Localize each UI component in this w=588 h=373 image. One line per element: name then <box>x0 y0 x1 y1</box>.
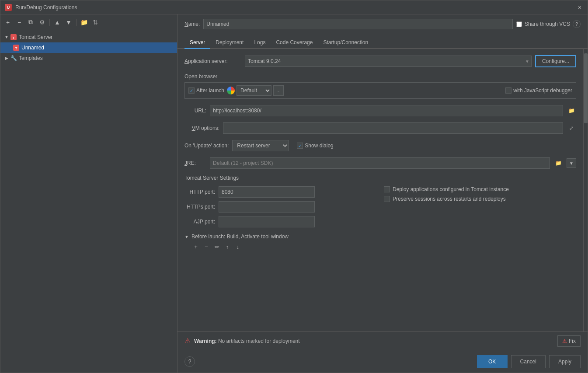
apply-button[interactable]: Apply <box>549 355 581 368</box>
tree-item-tomcat-label: Tomcat Server <box>19 34 52 40</box>
show-dialog-text: Show dialog <box>305 143 333 149</box>
url-folder-button[interactable]: 📁 <box>567 106 576 115</box>
settings-config-button[interactable]: ⚙ <box>37 17 47 27</box>
https-port-row: HTTPs port: <box>184 201 377 213</box>
close-icon[interactable]: × <box>576 4 583 11</box>
show-dialog-label[interactable]: Show dialog <box>297 143 333 149</box>
name-input[interactable] <box>203 19 513 29</box>
cancel-button[interactable]: Cancel <box>511 355 546 368</box>
app-server-select[interactable]: Tomcat 9.0.24 <box>245 56 532 67</box>
tab-server[interactable]: Server <box>184 37 210 49</box>
tree-toggle-templates[interactable]: ▶ <box>4 56 9 61</box>
http-port-input[interactable] <box>219 186 315 198</box>
before-launch-up-button[interactable]: ↑ <box>223 242 232 251</box>
sidebar-toolbar: + − ⧉ ⚙ ▲ ▼ 📁 <box>0 14 177 30</box>
settings-right: Deploy applications configured in Tomcat… <box>384 186 576 227</box>
vm-options-label: VM options: <box>184 125 219 131</box>
vcs-checkbox[interactable] <box>516 21 522 27</box>
before-launch-remove-button[interactable]: − <box>202 242 211 251</box>
tree-item-tomcat-server[interactable]: ▼ T Tomcat Server <box>0 32 177 42</box>
url-input[interactable] <box>210 105 563 116</box>
fix-button[interactable]: ⚠ Fix <box>557 335 581 347</box>
https-port-input[interactable] <box>219 201 315 213</box>
tab-coverage[interactable]: Code Coverage <box>271 37 318 49</box>
config-tree: ▼ T Tomcat Server T <box>0 30 177 373</box>
browser-dots-button[interactable]: ... <box>273 85 284 96</box>
expand-icon: ⤢ <box>569 125 574 131</box>
jre-label: JRE: <box>184 160 206 166</box>
before-launch-edit-button[interactable]: ✏ <box>212 242 221 251</box>
preserve-sessions-checkbox[interactable] <box>384 196 390 202</box>
toolbar-separator-1 <box>49 19 50 26</box>
svg-text:T: T <box>13 36 15 40</box>
url-label: URL: <box>184 108 206 114</box>
deploy-apps-label: Deploy applications configured in Tomcat… <box>393 186 509 192</box>
jre-dropdown-button[interactable]: ▼ <box>567 158 576 168</box>
open-browser-label: Open browser <box>184 73 576 80</box>
js-debugger-text: with JavaScript debugger <box>513 87 572 94</box>
before-launch-add-button[interactable]: + <box>191 242 200 251</box>
remove-config-button[interactable]: − <box>14 17 24 27</box>
sort-config-button[interactable]: ⇅ <box>90 17 100 27</box>
js-debugger-checkbox[interactable] <box>505 87 511 94</box>
before-launch-down-button[interactable]: ↓ <box>233 242 242 251</box>
tree-item-unnamed[interactable]: T Unnamed <box>0 42 177 53</box>
name-label: Name: <box>184 21 200 27</box>
settings-left: HTTP port: HTTPs port: AJP port: <box>184 186 377 227</box>
before-launch-collapse-icon[interactable]: ▼ <box>184 234 189 239</box>
help-circle-button[interactable]: ? <box>184 356 195 367</box>
http-port-label: HTTP port: <box>184 189 215 195</box>
scrollbar[interactable] <box>583 49 588 331</box>
jre-row: JRE: 📁 ▼ <box>184 157 576 169</box>
up-config-button[interactable]: ▲ <box>52 17 62 27</box>
tab-logs[interactable]: Logs <box>249 37 271 49</box>
before-launch-header: ▼ Before launch: Build, Activate tool wi… <box>184 234 576 240</box>
unnamed-config-icon: T <box>13 44 20 51</box>
warning-bar: ⚠ Warning: No artifacts marked for deplo… <box>177 331 588 350</box>
tomcat-settings-title: Tomcat Server Settings <box>184 175 576 181</box>
ajp-port-input[interactable] <box>219 216 315 227</box>
add-config-button[interactable]: + <box>3 17 13 27</box>
copy-config-button[interactable]: ⧉ <box>26 17 35 27</box>
open-browser-section: Open browser After launch Default <box>184 73 576 99</box>
folder-icon: 📁 <box>568 108 575 114</box>
js-debugger-label[interactable]: with JavaScript debugger <box>505 87 572 94</box>
url-row: URL: 📁 <box>184 105 576 116</box>
on-update-label: On 'Update' action: <box>184 143 229 149</box>
http-port-row: HTTP port: <box>184 186 377 198</box>
ajp-port-row: AJP port: <box>184 216 377 227</box>
folder-config-button[interactable]: 📁 <box>79 17 89 27</box>
tree-toggle-tomcat[interactable]: ▼ <box>4 35 9 40</box>
deploy-apps-row[interactable]: Deploy applications configured in Tomcat… <box>384 186 576 192</box>
scrollbar-thumb[interactable] <box>584 53 588 123</box>
jre-folder-button[interactable]: 📁 <box>553 158 563 168</box>
tab-startup[interactable]: Startup/Connection <box>318 37 373 49</box>
browser-select[interactable]: Default <box>237 85 271 96</box>
tree-item-unnamed-label: Unnamed <box>21 45 44 51</box>
wrench-icon: 🔧 <box>10 55 17 62</box>
fix-warning-icon: ⚠ <box>562 338 567 344</box>
vm-expand-button[interactable]: ⤢ <box>567 123 576 133</box>
configure-button[interactable]: Configure... <box>535 55 576 67</box>
deploy-apps-checkbox[interactable] <box>384 186 390 192</box>
browser-select-area: Default ... <box>227 85 503 96</box>
show-dialog-checkbox[interactable] <box>297 143 303 149</box>
update-action-select[interactable]: Restart server <box>232 140 289 151</box>
tree-item-templates[interactable]: ▶ 🔧 Templates <box>0 53 177 63</box>
after-launch-label: After launch <box>196 87 224 94</box>
vm-options-input[interactable] <box>223 122 563 134</box>
browser-row: After launch Default ... <box>184 82 576 99</box>
warning-icon: ⚠ <box>184 337 191 345</box>
tab-deployment[interactable]: Deployment <box>210 37 249 49</box>
server-tab-content: Application server: Tomcat 9.0.24 ▼ Conf… <box>177 49 583 331</box>
vcs-area: Share through VCS ? <box>516 20 581 28</box>
down-config-button[interactable]: ▼ <box>64 17 73 27</box>
after-launch-checkbox[interactable] <box>188 87 195 94</box>
settings-grid: HTTP port: HTTPs port: AJP port: <box>184 186 576 227</box>
after-launch-checkbox-label[interactable]: After launch <box>188 87 224 94</box>
vm-options-row: VM options: ⤢ <box>184 122 576 134</box>
ok-button[interactable]: OK <box>477 355 508 368</box>
jre-input[interactable] <box>210 157 550 169</box>
preserve-sessions-row[interactable]: Preserve sessions across restarts and re… <box>384 196 576 202</box>
help-button[interactable]: ? <box>573 20 581 28</box>
